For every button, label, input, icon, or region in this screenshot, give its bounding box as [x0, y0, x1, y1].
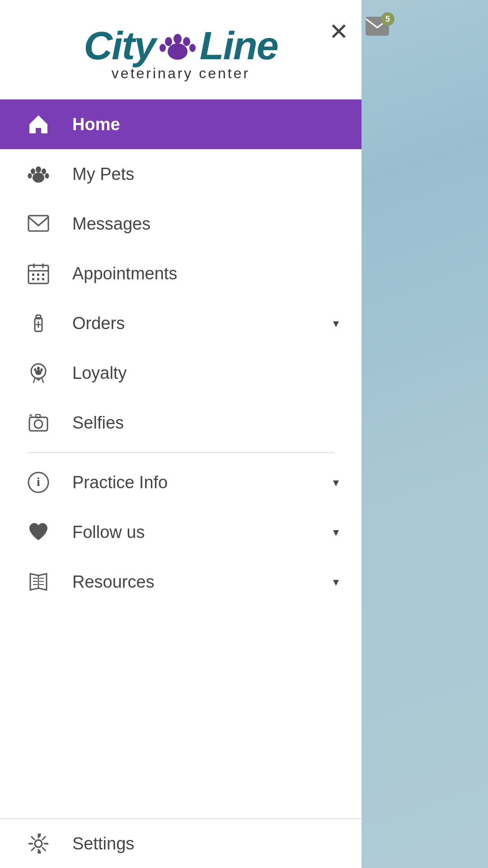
logo-line: Line — [200, 23, 278, 69]
svg-point-5 — [160, 44, 166, 52]
svg-line-52 — [31, 836, 35, 840]
paw-icon — [23, 158, 54, 190]
nav-label-home: Home — [72, 115, 339, 134]
nav-label-selfies: Selfies — [72, 413, 339, 433]
svg-rect-25 — [36, 315, 41, 319]
nav-label-orders: Orders — [72, 314, 328, 333]
svg-rect-13 — [28, 216, 48, 231]
mail-notification[interactable]: 5 — [366, 17, 389, 38]
svg-point-30 — [37, 367, 40, 370]
nav-item-follow-us[interactable]: Follow us ▾ — [0, 507, 361, 557]
svg-point-36 — [34, 420, 42, 428]
orders-icon — [23, 307, 54, 339]
logo-subtitle: veterinary center — [112, 65, 250, 82]
svg-line-55 — [31, 847, 35, 851]
nav-label-loyalty: Loyalty — [72, 363, 339, 383]
svg-point-7 — [33, 173, 44, 183]
right-overlay — [361, 0, 488, 868]
logo-city: City — [84, 23, 155, 69]
svg-rect-19 — [37, 274, 39, 276]
svg-point-29 — [35, 370, 42, 375]
svg-text:i: i — [37, 475, 40, 489]
mail-badge-area[interactable]: 5 — [357, 9, 398, 45]
close-icon: ✕ — [329, 20, 349, 43]
svg-point-4 — [183, 37, 190, 46]
logo-text: City Line — [84, 23, 277, 69]
nav-divider — [27, 452, 334, 453]
home-icon — [23, 108, 54, 140]
svg-rect-23 — [42, 278, 44, 280]
svg-rect-20 — [42, 274, 44, 276]
svg-point-6 — [189, 44, 196, 52]
logo: City Line veterinary — [84, 23, 277, 82]
book-icon — [23, 566, 54, 598]
practice-info-arrow-icon: ▾ — [333, 476, 339, 490]
svg-point-56 — [35, 840, 42, 847]
nav-label-messages: Messages — [72, 214, 339, 234]
svg-line-53 — [42, 847, 46, 851]
orders-arrow-icon: ▾ — [333, 316, 339, 330]
nav-drawer: City Line veterinary — [0, 0, 361, 868]
nav-item-my-pets[interactable]: My Pets — [0, 149, 361, 199]
nav-item-selfies[interactable]: Selfies — [0, 398, 361, 448]
nav-item-appointments[interactable]: Appointments — [0, 249, 361, 298]
nav-item-messages[interactable]: Messages — [0, 199, 361, 249]
close-button[interactable]: ✕ — [321, 14, 357, 50]
nav-list: Home My Pets — [0, 99, 361, 818]
svg-point-3 — [165, 37, 172, 46]
nav-item-home[interactable]: Home — [0, 99, 361, 149]
logo-paw-icon — [157, 25, 198, 66]
gear-icon — [23, 828, 54, 859]
svg-line-34 — [42, 377, 43, 383]
nav-label-appointments: Appointments — [72, 264, 339, 283]
notification-badge: 5 — [381, 12, 394, 26]
message-icon — [23, 208, 54, 240]
nav-label-follow-us: Follow us — [72, 523, 328, 542]
svg-point-9 — [31, 169, 35, 175]
loyalty-icon — [23, 357, 54, 389]
nav-item-loyalty[interactable]: Loyalty — [0, 348, 361, 398]
heart-icon — [23, 516, 54, 548]
svg-point-32 — [41, 368, 43, 372]
nav-label-resources: Resources — [72, 572, 328, 592]
logo-area: City Line veterinary — [0, 0, 361, 99]
nav-item-practice-info[interactable]: i Practice Info ▾ — [0, 458, 361, 507]
svg-line-33 — [33, 377, 35, 383]
svg-point-2 — [174, 34, 182, 44]
resources-arrow-icon: ▾ — [333, 575, 339, 589]
svg-point-1 — [168, 43, 188, 60]
svg-point-10 — [42, 169, 46, 175]
nav-item-settings[interactable]: Settings — [0, 818, 361, 868]
info-icon: i — [23, 467, 54, 498]
calendar-icon — [23, 258, 54, 289]
svg-point-11 — [28, 173, 32, 179]
svg-rect-37 — [36, 415, 40, 418]
svg-line-54 — [42, 836, 46, 840]
follow-us-arrow-icon: ▾ — [333, 525, 339, 539]
nav-label-practice-info: Practice Info — [72, 473, 328, 492]
svg-rect-18 — [32, 274, 34, 276]
nav-item-resources[interactable]: Resources ▾ — [0, 557, 361, 607]
svg-rect-21 — [32, 278, 34, 280]
nav-label-settings: Settings — [72, 834, 339, 854]
svg-point-12 — [45, 173, 49, 179]
nav-label-my-pets: My Pets — [72, 165, 339, 184]
svg-point-8 — [36, 166, 41, 173]
svg-rect-22 — [37, 278, 39, 280]
selfie-icon — [23, 407, 54, 439]
nav-item-orders[interactable]: Orders ▾ — [0, 298, 361, 348]
svg-point-31 — [34, 368, 37, 372]
